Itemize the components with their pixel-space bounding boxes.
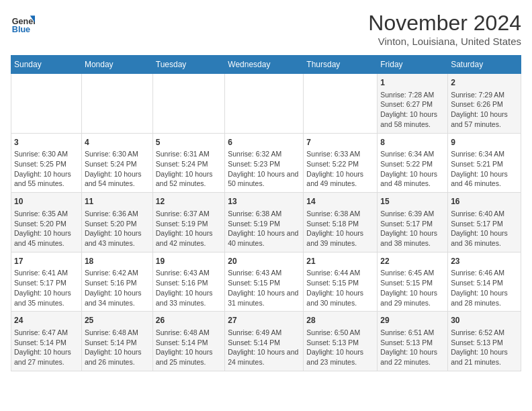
day-info: Sunrise: 6:30 AM Sunset: 5:24 PM Dayligh…	[85, 150, 142, 187]
day-info: Sunrise: 6:49 AM Sunset: 5:14 PM Dayligh…	[228, 328, 298, 366]
calendar-cell: 2Sunrise: 7:29 AM Sunset: 6:26 PM Daylig…	[448, 74, 521, 134]
day-number: 30	[451, 315, 518, 326]
day-header: Wednesday	[225, 56, 304, 74]
calendar-cell: 3Sunrise: 6:30 AM Sunset: 5:25 PM Daylig…	[11, 133, 82, 193]
day-info: Sunrise: 6:51 AM Sunset: 5:13 PM Dayligh…	[380, 328, 437, 366]
calendar-cell: 27Sunrise: 6:49 AM Sunset: 5:14 PM Dayli…	[225, 312, 304, 371]
day-number: 23	[451, 256, 518, 267]
calendar-cell: 9Sunrise: 6:34 AM Sunset: 5:21 PM Daylig…	[448, 133, 521, 193]
calendar-cell: 6Sunrise: 6:32 AM Sunset: 5:23 PM Daylig…	[225, 133, 304, 193]
day-number: 19	[156, 256, 222, 267]
calendar-cell: 5Sunrise: 6:31 AM Sunset: 5:24 PM Daylig…	[152, 133, 224, 193]
day-number: 11	[85, 196, 150, 208]
page-header: General Blue November 2024 Vinton, Louis…	[11, 11, 521, 47]
day-header: Friday	[378, 56, 448, 74]
calendar-cell: 29Sunrise: 6:51 AM Sunset: 5:13 PM Dayli…	[378, 312, 448, 371]
day-number: 4	[85, 137, 150, 148]
day-info: Sunrise: 6:52 AM Sunset: 5:13 PM Dayligh…	[451, 328, 508, 366]
calendar-cell: 15Sunrise: 6:39 AM Sunset: 5:17 PM Dayli…	[378, 193, 448, 253]
day-info: Sunrise: 6:50 AM Sunset: 5:13 PM Dayligh…	[306, 328, 363, 366]
day-info: Sunrise: 6:35 AM Sunset: 5:20 PM Dayligh…	[14, 210, 71, 247]
calendar-table: SundayMondayTuesdayWednesdayThursdayFrid…	[11, 55, 521, 371]
day-number: 7	[306, 137, 374, 148]
day-info: Sunrise: 7:28 AM Sunset: 6:27 PM Dayligh…	[380, 91, 437, 128]
calendar-week-row: 24Sunrise: 6:47 AM Sunset: 5:14 PM Dayli…	[11, 312, 521, 371]
day-number: 22	[380, 256, 445, 267]
page-title: November 2024	[368, 11, 521, 36]
day-number: 18	[85, 256, 150, 267]
day-info: Sunrise: 6:30 AM Sunset: 5:25 PM Dayligh…	[14, 150, 71, 187]
calendar-week-row: 1Sunrise: 7:28 AM Sunset: 6:27 PM Daylig…	[11, 74, 521, 134]
calendar-cell: 20Sunrise: 6:43 AM Sunset: 5:15 PM Dayli…	[225, 252, 304, 312]
day-header: Thursday	[304, 56, 378, 74]
calendar-cell: 10Sunrise: 6:35 AM Sunset: 5:20 PM Dayli…	[11, 193, 82, 253]
day-info: Sunrise: 6:31 AM Sunset: 5:24 PM Dayligh…	[156, 150, 213, 187]
day-number: 14	[306, 196, 374, 208]
day-number: 16	[451, 196, 518, 208]
day-info: Sunrise: 6:48 AM Sunset: 5:14 PM Dayligh…	[85, 328, 142, 366]
day-info: Sunrise: 6:42 AM Sunset: 5:16 PM Dayligh…	[85, 269, 142, 306]
day-number: 21	[306, 256, 374, 267]
day-header: Monday	[81, 56, 152, 74]
calendar-cell	[225, 74, 304, 134]
calendar-cell: 17Sunrise: 6:41 AM Sunset: 5:17 PM Dayli…	[11, 252, 82, 312]
day-number: 17	[14, 256, 79, 267]
day-number: 20	[228, 256, 300, 267]
day-number: 13	[228, 196, 300, 208]
day-number: 10	[14, 196, 79, 208]
calendar-cell: 8Sunrise: 6:34 AM Sunset: 5:22 PM Daylig…	[378, 133, 448, 193]
calendar-cell: 24Sunrise: 6:47 AM Sunset: 5:14 PM Dayli…	[11, 312, 82, 371]
day-info: Sunrise: 6:36 AM Sunset: 5:20 PM Dayligh…	[85, 210, 142, 247]
day-info: Sunrise: 6:45 AM Sunset: 5:15 PM Dayligh…	[380, 269, 437, 306]
day-header: Saturday	[448, 56, 521, 74]
day-number: 25	[85, 315, 150, 326]
calendar-cell: 1Sunrise: 7:28 AM Sunset: 6:27 PM Daylig…	[378, 74, 448, 134]
svg-text:Blue: Blue	[12, 25, 30, 34]
day-number: 9	[451, 137, 518, 148]
day-info: Sunrise: 6:43 AM Sunset: 5:15 PM Dayligh…	[228, 269, 298, 306]
day-info: Sunrise: 6:33 AM Sunset: 5:22 PM Dayligh…	[306, 150, 363, 187]
calendar-cell: 26Sunrise: 6:48 AM Sunset: 5:14 PM Dayli…	[152, 312, 224, 371]
day-info: Sunrise: 6:44 AM Sunset: 5:15 PM Dayligh…	[306, 269, 363, 306]
calendar-cell: 12Sunrise: 6:37 AM Sunset: 5:19 PM Dayli…	[152, 193, 224, 253]
page-subtitle: Vinton, Louisiana, United States	[368, 36, 521, 47]
calendar-cell: 21Sunrise: 6:44 AM Sunset: 5:15 PM Dayli…	[304, 252, 378, 312]
day-info: Sunrise: 6:38 AM Sunset: 5:19 PM Dayligh…	[228, 210, 298, 247]
calendar-cell	[152, 74, 224, 134]
day-info: Sunrise: 6:43 AM Sunset: 5:16 PM Dayligh…	[156, 269, 213, 306]
day-header: Sunday	[11, 56, 82, 74]
logo: General Blue	[11, 11, 35, 35]
day-header: Tuesday	[152, 56, 224, 74]
header-row: SundayMondayTuesdayWednesdayThursdayFrid…	[11, 56, 521, 74]
day-number: 3	[14, 137, 79, 148]
day-number: 12	[156, 196, 222, 208]
day-info: Sunrise: 6:34 AM Sunset: 5:21 PM Dayligh…	[451, 150, 508, 187]
day-info: Sunrise: 6:46 AM Sunset: 5:14 PM Dayligh…	[451, 269, 508, 306]
day-info: Sunrise: 6:34 AM Sunset: 5:22 PM Dayligh…	[380, 150, 437, 187]
calendar-cell: 13Sunrise: 6:38 AM Sunset: 5:19 PM Dayli…	[225, 193, 304, 253]
day-info: Sunrise: 6:37 AM Sunset: 5:19 PM Dayligh…	[156, 210, 213, 247]
calendar-cell	[304, 74, 378, 134]
title-block: November 2024 Vinton, Louisiana, United …	[368, 11, 521, 47]
calendar-cell	[11, 74, 82, 134]
calendar-cell: 22Sunrise: 6:45 AM Sunset: 5:15 PM Dayli…	[378, 252, 448, 312]
calendar-cell: 30Sunrise: 6:52 AM Sunset: 5:13 PM Dayli…	[448, 312, 521, 371]
calendar-cell: 25Sunrise: 6:48 AM Sunset: 5:14 PM Dayli…	[81, 312, 152, 371]
day-number: 28	[306, 315, 374, 326]
day-number: 24	[14, 315, 79, 326]
calendar-cell: 19Sunrise: 6:43 AM Sunset: 5:16 PM Dayli…	[152, 252, 224, 312]
calendar-week-row: 17Sunrise: 6:41 AM Sunset: 5:17 PM Dayli…	[11, 252, 521, 312]
day-number: 5	[156, 137, 222, 148]
calendar-cell: 18Sunrise: 6:42 AM Sunset: 5:16 PM Dayli…	[81, 252, 152, 312]
day-number: 27	[228, 315, 300, 326]
calendar-cell: 4Sunrise: 6:30 AM Sunset: 5:24 PM Daylig…	[81, 133, 152, 193]
day-info: Sunrise: 6:32 AM Sunset: 5:23 PM Dayligh…	[228, 150, 298, 187]
day-info: Sunrise: 6:38 AM Sunset: 5:18 PM Dayligh…	[306, 210, 363, 247]
day-info: Sunrise: 6:47 AM Sunset: 5:14 PM Dayligh…	[14, 328, 71, 366]
day-info: Sunrise: 6:39 AM Sunset: 5:17 PM Dayligh…	[380, 210, 437, 247]
day-number: 15	[380, 196, 445, 208]
day-info: Sunrise: 6:40 AM Sunset: 5:17 PM Dayligh…	[451, 210, 508, 247]
calendar-week-row: 3Sunrise: 6:30 AM Sunset: 5:25 PM Daylig…	[11, 133, 521, 193]
calendar-cell: 11Sunrise: 6:36 AM Sunset: 5:20 PM Dayli…	[81, 193, 152, 253]
day-number: 26	[156, 315, 222, 326]
